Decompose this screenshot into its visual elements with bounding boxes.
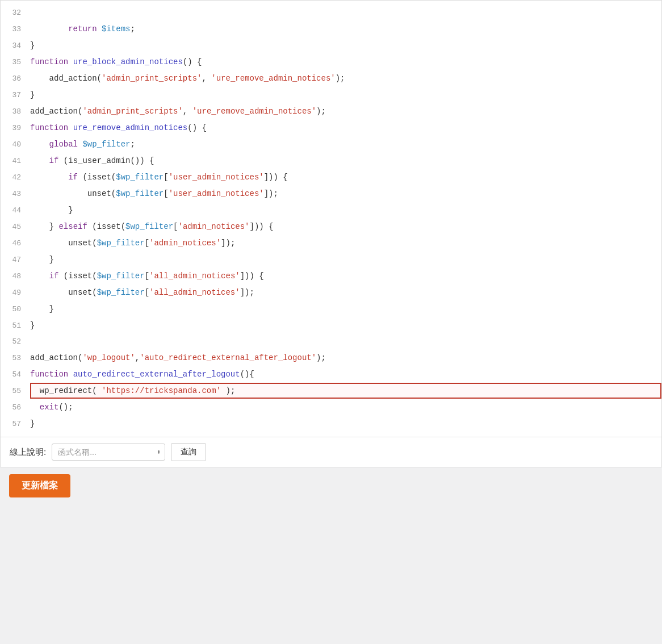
line-content: add_action('admin_print_scripts', 'ure_r… — [30, 103, 661, 119]
line-number: 44 — [1, 203, 30, 219]
line-number: 53 — [1, 350, 30, 366]
editor-container: 3233 return $items;34}35function ure_blo… — [0, 0, 662, 467]
line-number: 40 — [1, 137, 30, 153]
line-number: 46 — [1, 236, 30, 252]
line-content: add_action('wp_logout','auto_redirect_ex… — [30, 350, 661, 366]
line-number: 45 — [1, 219, 30, 235]
line-number: 51 — [1, 318, 30, 334]
line-content: unset($wp_filter['admin_notices']); — [30, 235, 661, 251]
code-line: 37} — [1, 87, 661, 103]
code-line: 45 } elseif (isset($wp_filter['admin_not… — [1, 219, 661, 235]
code-line: 46 unset($wp_filter['admin_notices']); — [1, 235, 661, 252]
line-number: 54 — [1, 367, 30, 383]
line-content: unset($wp_filter['all_admin_notices']); — [30, 285, 661, 300]
code-line: 44 } — [1, 202, 661, 219]
line-content: } — [30, 87, 661, 103]
line-number: 33 — [1, 22, 30, 37]
line-number: 36 — [1, 71, 30, 87]
line-content: global $wp_filter; — [30, 136, 661, 152]
line-number: 42 — [1, 170, 30, 186]
code-line: 56 exit(); — [1, 399, 661, 416]
line-content: if (isset($wp_filter['user_admin_notices… — [30, 169, 661, 185]
code-line: 42 if (isset($wp_filter['user_admin_noti… — [1, 169, 661, 186]
line-number: 41 — [1, 153, 30, 169]
code-line: 54function auto_redirect_external_after_… — [1, 366, 661, 383]
line-content: exit(); — [30, 399, 661, 415]
code-line: 40 global $wp_filter; — [1, 136, 661, 153]
line-number: 34 — [1, 38, 30, 54]
update-file-button[interactable]: 更新檔案 — [9, 474, 70, 497]
code-area: 3233 return $items;34}35function ure_blo… — [1, 1, 661, 437]
line-number: 48 — [1, 269, 30, 285]
line-content: } — [30, 252, 661, 267]
update-bar: 更新檔案 — [0, 467, 662, 504]
line-content: } — [30, 317, 661, 333]
code-line: 57} — [1, 416, 661, 432]
line-number: 50 — [1, 302, 30, 317]
line-content: wp_redirect( 'https://trickspanda.com' )… — [30, 383, 661, 399]
line-content: function ure_remove_admin_notices() { — [30, 120, 661, 136]
code-line: 47 } — [1, 252, 661, 268]
line-content: } — [30, 202, 661, 218]
fn-select[interactable]: 函式名稱... — [52, 444, 165, 461]
line-number: 32 — [1, 5, 30, 21]
query-button[interactable]: 查詢 — [171, 443, 206, 461]
line-number: 56 — [1, 400, 30, 416]
line-number: 38 — [1, 104, 30, 120]
code-line: 32 — [1, 5, 661, 21]
line-content: } — [30, 301, 661, 317]
code-line: 49 unset($wp_filter['all_admin_notices']… — [1, 285, 661, 301]
code-line: 33 return $items; — [1, 21, 661, 37]
code-line: 43 unset($wp_filter['user_admin_notices'… — [1, 186, 661, 202]
line-content: return $items; — [30, 21, 661, 37]
line-number: 47 — [1, 252, 30, 268]
line-content: } elseif (isset($wp_filter['admin_notice… — [30, 219, 661, 235]
code-line: 36 add_action('admin_print_scripts', 'ur… — [1, 70, 661, 87]
help-label: 線上說明: — [10, 447, 46, 458]
line-number: 43 — [1, 186, 30, 202]
line-content: if (is_user_admin()) { — [30, 153, 661, 169]
line-number: 55 — [1, 383, 30, 399]
code-line: 48 if (isset($wp_filter['all_admin_notic… — [1, 268, 661, 285]
line-content: function auto_redirect_external_after_lo… — [30, 366, 661, 382]
line-number: 49 — [1, 285, 30, 301]
line-number: 35 — [1, 55, 30, 70]
line-number: 37 — [1, 87, 30, 103]
line-number: 39 — [1, 120, 30, 136]
line-content: function ure_block_admin_notices() { — [30, 54, 661, 70]
fn-select-wrapper: 函式名稱... ⬍ — [52, 444, 165, 461]
code-line: 39function ure_remove_admin_notices() { — [1, 120, 661, 136]
code-line: 35function ure_block_admin_notices() { — [1, 54, 661, 70]
line-number: 52 — [1, 334, 30, 350]
line-content: unset($wp_filter['user_admin_notices']); — [30, 186, 661, 202]
code-line: 51} — [1, 317, 661, 334]
line-content: } — [30, 37, 661, 53]
bottom-bar: 線上說明: 函式名稱... ⬍ 查詢 — [1, 437, 661, 467]
code-line: 38add_action('admin_print_scripts', 'ure… — [1, 103, 661, 120]
code-line: 34} — [1, 37, 661, 54]
line-content: if (isset($wp_filter['all_admin_notices'… — [30, 268, 661, 284]
code-line: 41 if (is_user_admin()) { — [1, 153, 661, 169]
code-line: 50 } — [1, 301, 661, 317]
code-line: 55 wp_redirect( 'https://trickspanda.com… — [1, 383, 661, 399]
line-content: } — [30, 416, 661, 432]
code-line: 52 — [1, 334, 661, 350]
code-line: 53add_action('wp_logout','auto_redirect_… — [1, 350, 661, 366]
line-content: add_action('admin_print_scripts', 'ure_r… — [30, 70, 661, 86]
line-number: 57 — [1, 416, 30, 432]
